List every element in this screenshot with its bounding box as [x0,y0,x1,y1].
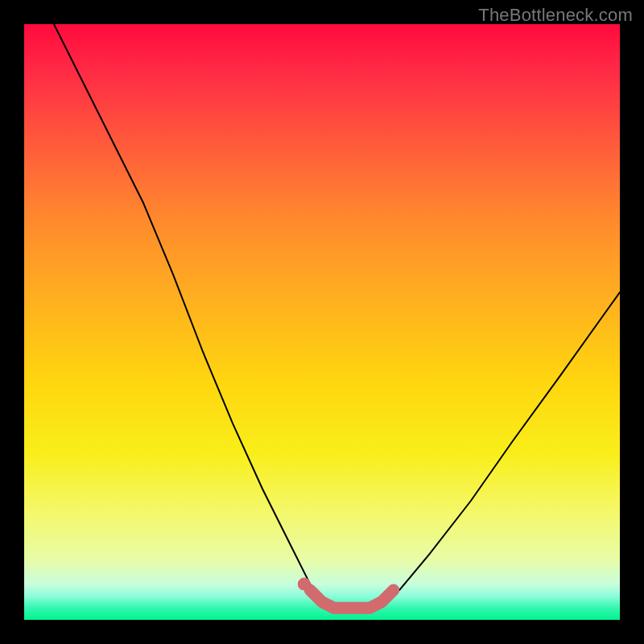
chart-container: TheBottleneck.com [0,0,644,644]
optimal-zone-dot [298,578,311,591]
plot-area [24,24,620,620]
curve-svg [24,24,620,620]
optimal-zone-marker [310,590,394,608]
bottleneck-curve [54,24,620,608]
watermark-text: TheBottleneck.com [478,5,633,26]
